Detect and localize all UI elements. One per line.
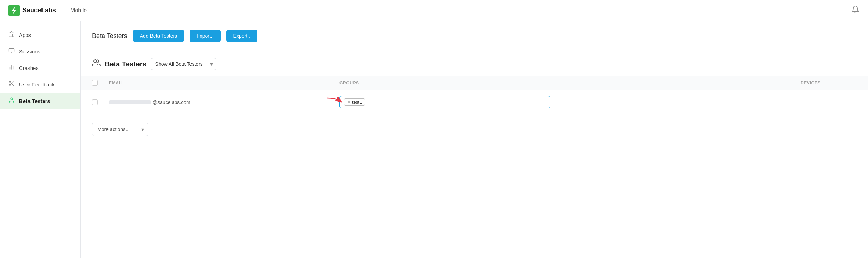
arrow-indicator — [325, 97, 342, 108]
table-row: @saucelabs.com — [81, 90, 868, 114]
column-groups: GROUPS — [339, 80, 801, 85]
saucelabs-logo-icon — [8, 5, 20, 16]
home-icon — [8, 31, 15, 39]
sidebar-label-sessions: Sessions — [19, 49, 40, 54]
row-checkbox-cell[interactable] — [92, 99, 109, 105]
sidebar-item-apps[interactable]: Apps — [0, 27, 80, 43]
email-suffix: @saucelabs.com — [153, 99, 190, 105]
import-button[interactable]: Import.. — [190, 30, 220, 42]
more-actions-select[interactable]: More actions... Delete Selected Export S… — [92, 123, 148, 136]
bell-icon — [851, 5, 860, 14]
table-container: EMAIL GROUPS DEVICES @saucelabs.com — [81, 76, 868, 114]
filter-select[interactable]: Show All Beta Testers Show Active Tester… — [151, 58, 216, 70]
group-tag[interactable]: ✕ test1 — [344, 98, 365, 106]
app-container: SauceLabs Mobile Apps — [0, 0, 868, 258]
scissors-icon — [8, 80, 15, 89]
select-all-checkbox[interactable] — [92, 80, 109, 86]
svg-point-14 — [94, 60, 97, 63]
main-content: Beta Testers Add Beta Testers Import.. E… — [81, 21, 868, 258]
groups-input-area[interactable]: ✕ test1 — [339, 96, 550, 108]
logo-area: SauceLabs — [8, 5, 56, 16]
header-checkbox[interactable] — [92, 80, 98, 86]
top-bar-left: SauceLabs Mobile — [8, 5, 87, 16]
sidebar-label-user-feedback: User Feedback — [19, 82, 55, 88]
main-layout: Apps Sessions Crashes User Feedback — [0, 21, 868, 258]
section-header: Beta Testers Show All Beta Testers Show … — [81, 51, 868, 76]
export-button[interactable]: Export.. — [226, 30, 257, 42]
sidebar-item-beta-testers[interactable]: Beta Testers — [0, 93, 80, 109]
row-checkbox[interactable] — [92, 99, 98, 105]
table-header: EMAIL GROUPS DEVICES — [81, 76, 868, 90]
content-title: Beta Testers — [92, 32, 127, 40]
user-icon — [8, 97, 15, 105]
sidebar-label-apps: Apps — [19, 32, 31, 38]
sidebar-item-crashes[interactable]: Crashes — [0, 60, 80, 76]
group-icon — [92, 59, 101, 69]
group-tag-label: test1 — [352, 99, 362, 105]
more-actions-wrapper[interactable]: More actions... Delete Selected Export S… — [92, 123, 148, 136]
sidebar-item-user-feedback[interactable]: User Feedback — [0, 76, 80, 93]
more-actions-area: More actions... Delete Selected Export S… — [81, 114, 868, 144]
sidebar-label-crashes: Crashes — [19, 65, 39, 71]
top-bar: SauceLabs Mobile — [0, 0, 868, 21]
logo-divider — [63, 6, 63, 15]
bell-button[interactable] — [851, 5, 860, 16]
svg-point-13 — [11, 98, 13, 100]
groups-cell: ✕ test1 — [339, 96, 801, 108]
svg-line-12 — [11, 83, 12, 84]
monitor-icon — [8, 47, 15, 56]
section-title: Beta Testers — [105, 60, 147, 68]
group-tag-remove[interactable]: ✕ — [347, 100, 351, 105]
content-header: Beta Testers Add Beta Testers Import.. E… — [81, 21, 868, 51]
bar-chart-icon — [8, 64, 15, 72]
sidebar-label-beta-testers: Beta Testers — [19, 98, 50, 104]
column-devices: DEVICES — [801, 80, 857, 85]
logo-text: SauceLabs — [22, 7, 56, 14]
svg-line-11 — [12, 84, 14, 86]
column-email: EMAIL — [109, 80, 339, 85]
sidebar: Apps Sessions Crashes User Feedback — [0, 21, 81, 258]
add-beta-testers-button[interactable]: Add Beta Testers — [133, 30, 184, 42]
product-name: Mobile — [70, 7, 87, 14]
email-cell: @saucelabs.com — [109, 99, 339, 105]
sidebar-item-sessions[interactable]: Sessions — [0, 43, 80, 60]
svg-rect-2 — [9, 48, 14, 52]
filter-select-wrapper[interactable]: Show All Beta Testers Show Active Tester… — [151, 58, 216, 70]
red-arrow-icon — [325, 97, 342, 107]
